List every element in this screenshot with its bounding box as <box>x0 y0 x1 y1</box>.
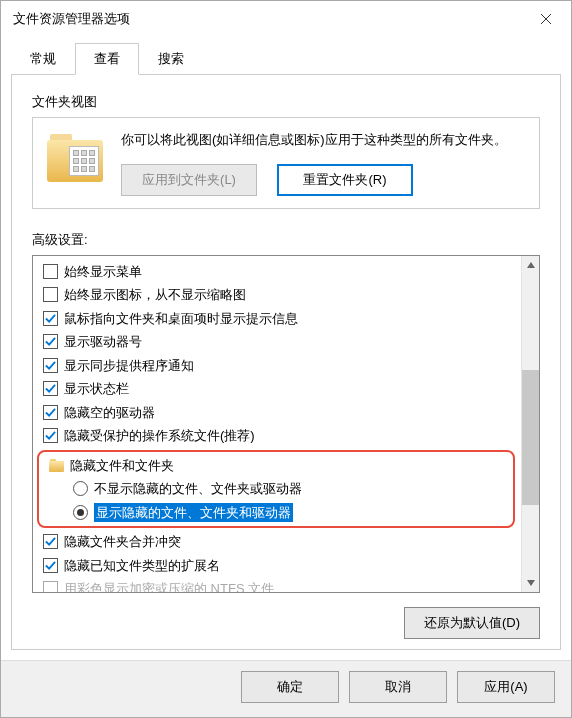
tree-header: 隐藏文件和文件夹 <box>39 454 513 478</box>
tree-item-label: 始终显示图标，从不显示缩略图 <box>64 285 246 305</box>
tree-checkbox-item[interactable]: 显示驱动器号 <box>33 330 521 354</box>
scroll-thumb[interactable] <box>522 370 539 505</box>
close-button[interactable] <box>523 3 569 35</box>
titlebar: 文件资源管理器选项 <box>1 1 571 37</box>
dialog-window: 文件资源管理器选项 常规 查看 搜索 文件夹视图 <box>0 0 572 718</box>
tree-item-label: 不显示隐藏的文件、文件夹或驱动器 <box>94 479 302 499</box>
tab-view[interactable]: 查看 <box>75 43 139 75</box>
apply-to-folders-button[interactable]: 应用到文件夹(L) <box>121 164 257 196</box>
checkbox-icon <box>43 558 58 573</box>
scroll-track[interactable] <box>522 274 539 575</box>
checkbox-icon <box>43 334 58 349</box>
advanced-settings-box: 始终显示菜单始终显示图标，从不显示缩略图鼠标指向文件夹和桌面项时显示提示信息显示… <box>32 255 540 594</box>
checkbox-icon <box>43 311 58 326</box>
tree-header-label: 隐藏文件和文件夹 <box>70 456 174 476</box>
scroll-up-button[interactable] <box>522 256 539 274</box>
tree-radio-item[interactable]: 显示隐藏的文件、文件夹和驱动器 <box>39 501 513 525</box>
scroll-down-button[interactable] <box>522 574 539 592</box>
tree-item-label: 用彩色显示加密或压缩的 NTFS 文件 <box>64 579 274 592</box>
folder-view-text: 你可以将此视图(如详细信息或图标)应用于这种类型的所有文件夹。 应用到文件夹(L… <box>121 130 525 196</box>
tree-item-label: 显示同步提供程序通知 <box>64 356 194 376</box>
tree-item-label: 隐藏文件夹合并冲突 <box>64 532 181 552</box>
advanced-settings-heading: 高级设置: <box>32 231 540 249</box>
checkbox-icon <box>43 534 58 549</box>
tree-checkbox-item[interactable]: 隐藏文件夹合并冲突 <box>33 530 521 554</box>
tab-general[interactable]: 常规 <box>11 43 75 75</box>
checkbox-icon <box>43 405 58 420</box>
tree-item-label: 隐藏已知文件类型的扩展名 <box>64 556 220 576</box>
folder-view-box: 你可以将此视图(如详细信息或图标)应用于这种类型的所有文件夹。 应用到文件夹(L… <box>32 117 540 209</box>
scrollbar-vertical[interactable] <box>521 256 539 593</box>
tree-item-label: 始终显示菜单 <box>64 262 142 282</box>
tree-item-label: 鼠标指向文件夹和桌面项时显示提示信息 <box>64 309 298 329</box>
folder-view-description: 你可以将此视图(如详细信息或图标)应用于这种类型的所有文件夹。 <box>121 130 525 150</box>
chevron-up-icon <box>527 262 535 268</box>
tree-item-label: 显示隐藏的文件、文件夹和驱动器 <box>94 503 293 523</box>
folder-view-heading: 文件夹视图 <box>32 93 540 111</box>
checkbox-icon <box>43 581 58 592</box>
tree-item-label: 显示状态栏 <box>64 379 129 399</box>
tab-search[interactable]: 搜索 <box>139 43 203 75</box>
folder-options-icon <box>47 130 103 186</box>
apply-button[interactable]: 应用(A) <box>457 671 555 703</box>
window-title: 文件资源管理器选项 <box>13 10 130 28</box>
tree-checkbox-item[interactable]: 显示同步提供程序通知 <box>33 354 521 378</box>
checkbox-icon <box>43 287 58 302</box>
advanced-settings-tree[interactable]: 始终显示菜单始终显示图标，从不显示缩略图鼠标指向文件夹和桌面项时显示提示信息显示… <box>33 256 521 593</box>
tree-checkbox-item[interactable]: 鼠标指向文件夹和桌面项时显示提示信息 <box>33 307 521 331</box>
restore-defaults-button[interactable]: 还原为默认值(D) <box>404 607 540 639</box>
tree-checkbox-item[interactable]: 始终显示菜单 <box>33 260 521 284</box>
close-icon <box>540 13 552 25</box>
checkbox-icon <box>43 381 58 396</box>
tree-checkbox-item[interactable]: 隐藏空的驱动器 <box>33 401 521 425</box>
checkbox-icon <box>43 428 58 443</box>
ok-button[interactable]: 确定 <box>241 671 339 703</box>
tree-item-label: 隐藏受保护的操作系统文件(推荐) <box>64 426 255 446</box>
tree-radio-item[interactable]: 不显示隐藏的文件、文件夹或驱动器 <box>39 477 513 501</box>
tab-panel-view: 文件夹视图 你可以将此视图(如详细信息或图标)应用于这种类型的所有文件夹。 <box>11 75 561 650</box>
hidden-files-callout: 隐藏文件和文件夹不显示隐藏的文件、文件夹或驱动器显示隐藏的文件、文件夹和驱动器 <box>37 450 515 529</box>
checkbox-icon <box>43 264 58 279</box>
tree-item-label: 显示驱动器号 <box>64 332 142 352</box>
tree-checkbox-item[interactable]: 始终显示图标，从不显示缩略图 <box>33 283 521 307</box>
chevron-down-icon <box>527 580 535 586</box>
folder-icon <box>49 459 64 472</box>
tab-strip: 常规 查看 搜索 <box>11 43 561 75</box>
tree-item-label: 隐藏空的驱动器 <box>64 403 155 423</box>
folder-view-section: 文件夹视图 你可以将此视图(如详细信息或图标)应用于这种类型的所有文件夹。 <box>32 93 540 209</box>
dialog-footer: 确定 取消 应用(A) <box>1 660 571 717</box>
tree-checkbox-item[interactable]: 用彩色显示加密或压缩的 NTFS 文件 <box>33 577 521 592</box>
radio-icon <box>73 505 88 520</box>
tree-checkbox-item[interactable]: 隐藏受保护的操作系统文件(推荐) <box>33 424 521 448</box>
checkbox-icon <box>43 358 58 373</box>
cancel-button[interactable]: 取消 <box>349 671 447 703</box>
tree-checkbox-item[interactable]: 显示状态栏 <box>33 377 521 401</box>
radio-icon <box>73 481 88 496</box>
tree-checkbox-item[interactable]: 隐藏已知文件类型的扩展名 <box>33 554 521 578</box>
reset-folders-button[interactable]: 重置文件夹(R) <box>277 164 413 196</box>
